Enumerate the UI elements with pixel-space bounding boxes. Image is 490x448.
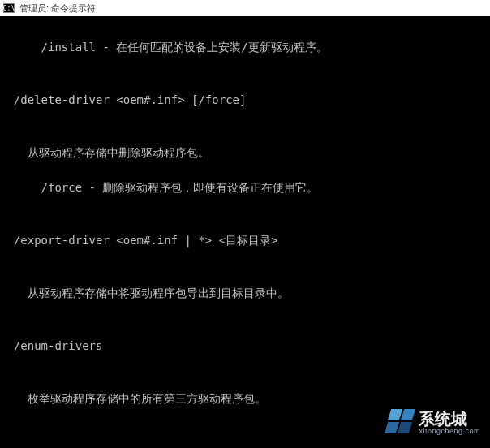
output-line: /export-driver <oem#.inf | *> <目标目录> (0, 232, 490, 250)
output-line: 从驱动程序存储中删除驱动程序包。 (0, 144, 490, 162)
window-titlebar[interactable]: C:\ 管理员: 命令提示符 (0, 0, 490, 16)
output-line: 从驱动程序存储中将驱动程序包导出到目标目录中。 (0, 285, 490, 303)
output-line: /force - 删除驱动程序包，即使有设备正在使用它。 (0, 179, 490, 197)
window-title: 管理员: 命令提示符 (19, 2, 96, 15)
output-line: /delete-driver <oem#.inf> [/force] (0, 92, 490, 110)
cmd-icon: C:\ (3, 3, 15, 13)
output-line: /install - 在任何匹配的设备上安装/更新驱动程序。 (0, 39, 490, 57)
output-line: /enum-drivers (0, 338, 490, 355)
output-line: 枚举驱动程序存储中的所有第三方驱动程序包。 (0, 390, 490, 408)
terminal-output: /install - 在任何匹配的设备上安装/更新驱动程序。 /delete-d… (0, 16, 490, 448)
output-line: /? (0, 444, 490, 449)
